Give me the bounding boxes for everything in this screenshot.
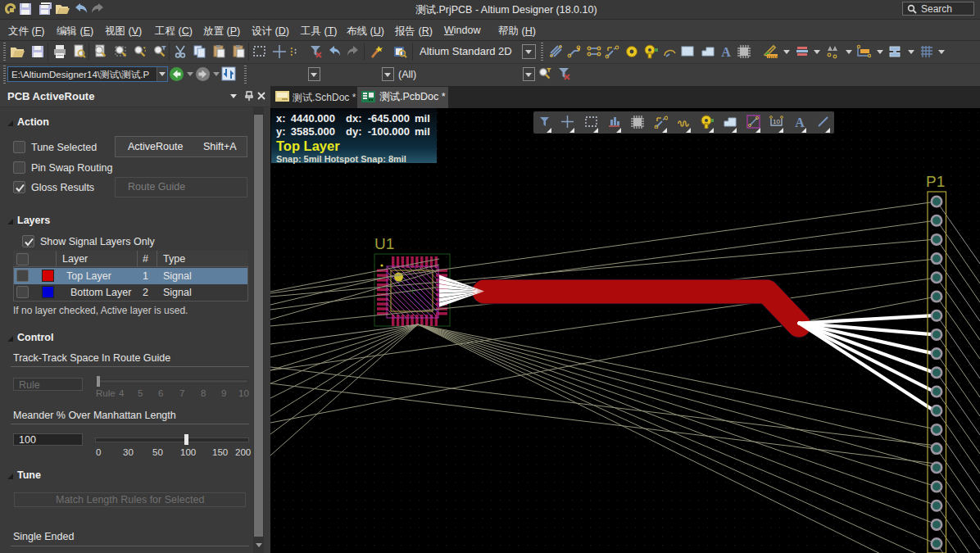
svg-text:P1: P1 (926, 173, 945, 190)
svg-text:A: A (721, 45, 731, 59)
svg-text:U1: U1 (374, 235, 394, 252)
svg-text:10: 10 (773, 118, 780, 125)
svg-text:A: A (795, 116, 805, 129)
